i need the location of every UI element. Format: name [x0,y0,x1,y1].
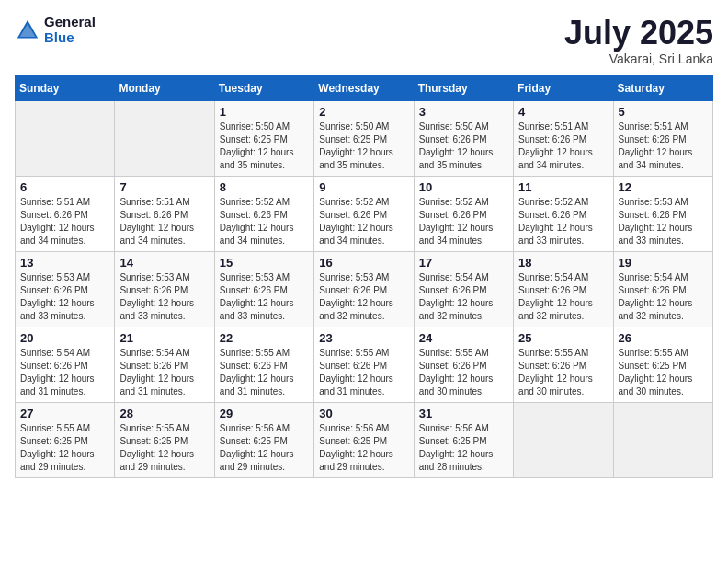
weekday-header: Wednesday [314,75,414,100]
day-number: 18 [518,256,608,270]
logo-icon [15,17,40,43]
day-info: Sunrise: 5:54 AMSunset: 6:26 PMDaylight:… [619,271,708,323]
day-number: 11 [518,180,608,194]
logo-general: General [44,15,96,30]
day-info: Sunrise: 5:52 AMSunset: 6:26 PMDaylight:… [419,196,508,247]
day-number: 12 [619,180,708,194]
calendar-cell: 27Sunrise: 5:55 AMSunset: 6:25 PMDayligh… [16,402,115,477]
day-info: Sunrise: 5:56 AMSunset: 6:25 PMDaylight:… [220,422,309,474]
logo: General Blue [15,15,96,45]
day-number: 4 [518,105,608,119]
calendar-cell [115,100,214,176]
calendar-cell: 11Sunrise: 5:52 AMSunset: 6:26 PMDayligh… [514,176,613,251]
calendar-cell: 19Sunrise: 5:54 AMSunset: 6:26 PMDayligh… [613,251,712,327]
day-info: Sunrise: 5:51 AMSunset: 6:26 PMDaylight:… [619,121,708,172]
day-info: Sunrise: 5:54 AMSunset: 6:26 PMDaylight:… [20,347,109,398]
calendar-cell: 10Sunrise: 5:52 AMSunset: 6:26 PMDayligh… [414,176,513,251]
day-number: 23 [319,331,408,345]
calendar-cell [514,402,613,477]
day-info: Sunrise: 5:51 AMSunset: 6:26 PMDaylight:… [518,121,608,172]
logo-blue: Blue [44,30,96,46]
day-number: 6 [20,180,109,194]
day-info: Sunrise: 5:53 AMSunset: 6:26 PMDaylight:… [20,271,109,323]
day-number: 30 [319,407,408,420]
day-info: Sunrise: 5:54 AMSunset: 6:26 PMDaylight:… [419,271,508,323]
day-info: Sunrise: 5:54 AMSunset: 6:26 PMDaylight:… [119,347,209,398]
day-number: 24 [419,331,508,345]
calendar-cell: 29Sunrise: 5:56 AMSunset: 6:25 PMDayligh… [214,402,313,477]
day-info: Sunrise: 5:52 AMSunset: 6:26 PMDaylight:… [319,196,408,247]
page-header: General Blue July 2025 Vakarai, Sri Lank… [15,15,713,66]
day-info: Sunrise: 5:56 AMSunset: 6:25 PMDaylight:… [319,422,408,474]
calendar-cell [16,100,115,176]
calendar-cell [613,402,712,477]
day-info: Sunrise: 5:50 AMSunset: 6:26 PMDaylight:… [419,121,508,172]
calendar-cell: 30Sunrise: 5:56 AMSunset: 6:25 PMDayligh… [314,402,414,477]
day-info: Sunrise: 5:55 AMSunset: 6:26 PMDaylight:… [419,347,508,398]
weekday-header: Sunday [16,75,115,100]
calendar-week-row: 6Sunrise: 5:51 AMSunset: 6:26 PMDaylight… [16,176,713,251]
calendar-cell: 5Sunrise: 5:51 AMSunset: 6:26 PMDaylight… [613,100,712,176]
logo-text: General Blue [44,15,96,45]
calendar-cell: 3Sunrise: 5:50 AMSunset: 6:26 PMDaylight… [414,100,513,176]
day-number: 27 [20,407,109,420]
weekday-header: Tuesday [214,75,313,100]
day-info: Sunrise: 5:55 AMSunset: 6:25 PMDaylight:… [619,347,708,398]
day-number: 22 [220,331,309,345]
day-number: 19 [619,256,708,270]
weekday-header: Saturday [613,75,712,100]
day-number: 1 [220,105,309,119]
calendar-table: SundayMondayTuesdayWednesdayThursdayFrid… [15,75,713,478]
calendar-cell: 28Sunrise: 5:55 AMSunset: 6:25 PMDayligh… [115,402,214,477]
day-number: 29 [220,407,309,420]
calendar-cell: 6Sunrise: 5:51 AMSunset: 6:26 PMDaylight… [16,176,115,251]
day-number: 17 [419,256,508,270]
day-info: Sunrise: 5:50 AMSunset: 6:25 PMDaylight:… [220,121,309,172]
calendar-week-row: 20Sunrise: 5:54 AMSunset: 6:26 PMDayligh… [16,327,713,402]
day-number: 31 [419,407,508,420]
location: Vakarai, Sri Lanka [564,52,713,66]
weekday-header: Thursday [414,75,513,100]
calendar-cell: 2Sunrise: 5:50 AMSunset: 6:25 PMDaylight… [314,100,414,176]
day-info: Sunrise: 5:55 AMSunset: 6:25 PMDaylight:… [119,422,209,474]
day-info: Sunrise: 5:55 AMSunset: 6:25 PMDaylight:… [20,422,109,474]
day-number: 10 [419,180,508,194]
day-info: Sunrise: 5:50 AMSunset: 6:25 PMDaylight:… [319,121,408,172]
calendar-week-row: 1Sunrise: 5:50 AMSunset: 6:25 PMDaylight… [16,100,713,176]
day-info: Sunrise: 5:53 AMSunset: 6:26 PMDaylight:… [619,196,708,247]
day-number: 28 [119,407,209,420]
calendar-cell: 14Sunrise: 5:53 AMSunset: 6:26 PMDayligh… [115,251,214,327]
day-info: Sunrise: 5:51 AMSunset: 6:26 PMDaylight:… [20,196,109,247]
day-info: Sunrise: 5:55 AMSunset: 6:26 PMDaylight:… [319,347,408,398]
day-info: Sunrise: 5:51 AMSunset: 6:26 PMDaylight:… [119,196,209,247]
calendar-cell: 1Sunrise: 5:50 AMSunset: 6:25 PMDaylight… [214,100,313,176]
calendar-cell: 16Sunrise: 5:53 AMSunset: 6:26 PMDayligh… [314,251,414,327]
calendar-cell: 12Sunrise: 5:53 AMSunset: 6:26 PMDayligh… [613,176,712,251]
day-number: 14 [119,256,209,270]
weekday-header: Friday [514,75,613,100]
day-number: 7 [119,180,209,194]
calendar-cell: 7Sunrise: 5:51 AMSunset: 6:26 PMDaylight… [115,176,214,251]
day-number: 20 [20,331,109,345]
calendar-cell: 20Sunrise: 5:54 AMSunset: 6:26 PMDayligh… [16,327,115,402]
calendar-cell: 4Sunrise: 5:51 AMSunset: 6:26 PMDaylight… [514,100,613,176]
calendar-cell: 13Sunrise: 5:53 AMSunset: 6:26 PMDayligh… [16,251,115,327]
calendar-cell: 21Sunrise: 5:54 AMSunset: 6:26 PMDayligh… [115,327,214,402]
calendar-header: SundayMondayTuesdayWednesdayThursdayFrid… [16,75,713,100]
day-info: Sunrise: 5:53 AMSunset: 6:26 PMDaylight:… [220,271,309,323]
calendar-cell: 24Sunrise: 5:55 AMSunset: 6:26 PMDayligh… [414,327,513,402]
day-info: Sunrise: 5:52 AMSunset: 6:26 PMDaylight:… [518,196,608,247]
day-number: 25 [518,331,608,345]
day-number: 15 [220,256,309,270]
calendar-cell: 9Sunrise: 5:52 AMSunset: 6:26 PMDaylight… [314,176,414,251]
day-info: Sunrise: 5:56 AMSunset: 6:25 PMDaylight:… [419,422,508,474]
day-number: 21 [119,331,209,345]
month-title: July 2025 [564,15,713,52]
day-info: Sunrise: 5:55 AMSunset: 6:26 PMDaylight:… [518,347,608,398]
calendar-cell: 31Sunrise: 5:56 AMSunset: 6:25 PMDayligh… [414,402,513,477]
day-info: Sunrise: 5:52 AMSunset: 6:26 PMDaylight:… [220,196,309,247]
day-number: 8 [220,180,309,194]
day-info: Sunrise: 5:55 AMSunset: 6:26 PMDaylight:… [220,347,309,398]
calendar-cell: 8Sunrise: 5:52 AMSunset: 6:26 PMDaylight… [214,176,313,251]
title-area: July 2025 Vakarai, Sri Lanka [564,15,713,66]
